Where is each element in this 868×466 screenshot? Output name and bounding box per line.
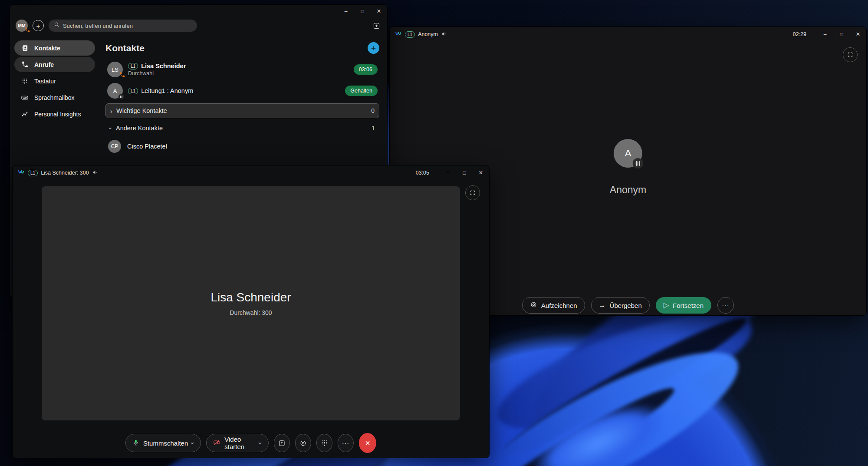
arrow-right-icon: → [599,302,606,309]
maximize-button[interactable]: □ [833,28,850,41]
group-count: 1 [372,125,375,132]
sidebar-item-sprachmailbox[interactable]: Sprachmailbox [14,90,95,105]
group-count: 0 [371,107,375,114]
contact-row[interactable]: CP Cisco Placetel [105,136,379,156]
resume-button[interactable]: ▷ Fortsetzen [656,297,711,314]
maximize-button[interactable]: □ [456,166,473,179]
fullscreen-button[interactable] [465,185,480,200]
remote-participant: A Anonym [610,139,646,196]
sidebar-item-anrufe[interactable]: Anrufe [14,57,95,72]
avatar: CP [108,140,121,153]
line-badge: L1 [128,88,138,94]
sidebar-item-label: Personal Insights [34,111,81,118]
avatar-initial: A [625,148,631,159]
held-call-row[interactable]: A L1 Leitung1 : Anonym Gehalten [105,81,379,101]
search-input[interactable] [63,23,192,29]
maximize-button[interactable]: □ [354,5,371,18]
new-action-button[interactable]: + [33,20,44,31]
keypad-icon [21,78,29,85]
end-call-button[interactable]: × [359,433,376,453]
active-call-phone-icon [119,72,125,79]
avatar: A [107,83,123,99]
sidebar-item-tastatur[interactable]: Tastatur [14,73,95,89]
record-icon [299,440,307,447]
sidebar-item-label: Sprachmailbox [34,94,75,101]
record-button[interactable]: Aufzeichnen [522,297,585,314]
video-stage: Lisa Schneider Durchwahl: 300 [42,186,460,420]
chevron-down-icon: › [257,442,264,444]
record-button[interactable] [295,434,311,452]
minimize-button[interactable]: – [817,28,833,41]
group-label: Wichtige Kontakte [116,107,167,114]
audio-output-icon[interactable] [92,169,98,177]
search-bar[interactable] [49,20,197,32]
avatar: LS [107,62,123,77]
expand-icon [470,190,476,196]
contacts-book-icon [21,44,29,52]
call-held-badge: Gehalten [345,86,378,96]
page-title: Kontakte [105,43,145,53]
mute-label: Stummschalten [143,440,188,447]
line-badge: L1 [28,170,38,176]
phone-icon [21,61,29,68]
close-button[interactable]: × [850,28,866,41]
search-icon [54,22,60,30]
call-duration-badge: 03:06 [354,64,378,75]
main-window-titlebar[interactable]: – □ × [10,5,387,18]
contact-name: Leitung1 : Anonym [141,87,193,94]
sidebar-item-kontakte[interactable]: Kontakte [14,40,95,56]
call-timer: 02:29 [793,31,806,37]
more-icon: ··· [722,302,729,309]
more-icon: ··· [342,440,349,446]
video-off-icon [213,439,220,447]
call-window-titlebar[interactable]: L1 Lisa Schneider: 300 03:05 – □ × [13,165,489,180]
chevron-down-icon: › [108,127,114,129]
call-controls: Stummschalten › Video starten › ··· × [125,433,376,453]
minimize-button[interactable]: – [338,5,354,18]
microphone-icon [132,439,139,447]
sidebar-item-label: Tastatur [34,78,56,85]
hold-pause-icon [118,94,124,99]
popout-icon [373,22,380,30]
plus-icon: + [36,22,40,30]
video-label: Video starten [224,436,256,450]
play-icon: ▷ [664,302,669,309]
minimize-button[interactable]: – [440,166,456,179]
close-icon: × [365,438,370,448]
participant-avatar: A [614,139,642,168]
avatar-initials: CP [111,143,118,149]
more-options-button[interactable]: ··· [338,434,354,452]
chevron-down-icon: › [190,442,196,444]
mute-button[interactable]: Stummschalten › [125,434,201,452]
start-video-button[interactable]: Video starten › [206,434,269,452]
keypad-button[interactable] [316,434,332,452]
avatar-initials: LS [112,66,118,73]
active-call-row[interactable]: LS L1 Lisa Schneider Durchwahl 03:06 [105,58,379,81]
transfer-button[interactable]: → Übergeben [591,297,650,314]
group-label: Andere Kontakte [116,125,163,132]
close-button[interactable]: × [371,5,387,18]
share-screen-button[interactable] [274,434,290,452]
active-call-phone-icon [25,27,30,33]
sidebar-item-personal-insights[interactable]: Personal Insights [14,106,95,122]
dock-call-control-button[interactable] [373,22,380,30]
record-label: Aufzeichnen [541,302,577,309]
insights-graph-icon [21,111,29,118]
group-wichtige-kontakte[interactable]: › Wichtige Kontakte 0 [105,103,379,118]
webex-logo-icon [18,169,25,177]
line-badge: L1 [405,31,415,38]
remote-window-titlebar[interactable]: L1 Anonym 02:29 – □ × [390,27,866,42]
more-options-button[interactable]: ··· [717,297,734,314]
window-title: Lisa Schneider: 300 [41,170,89,176]
group-andere-kontakte[interactable]: › Andere Kontakte 1 [105,121,379,136]
user-avatar[interactable]: MM [16,20,28,32]
add-contact-button[interactable]: + [368,42,379,54]
sidebar-item-label: Anrufe [34,61,54,68]
participant-subtitle: Durchwahl: 300 [230,309,272,316]
close-button[interactable]: × [473,166,489,179]
fullscreen-button[interactable] [843,47,858,62]
avatar-initials: A [113,88,117,94]
share-icon [278,440,286,447]
contact-subtitle: Durchwahl [128,70,186,76]
audio-output-icon[interactable] [441,31,447,38]
